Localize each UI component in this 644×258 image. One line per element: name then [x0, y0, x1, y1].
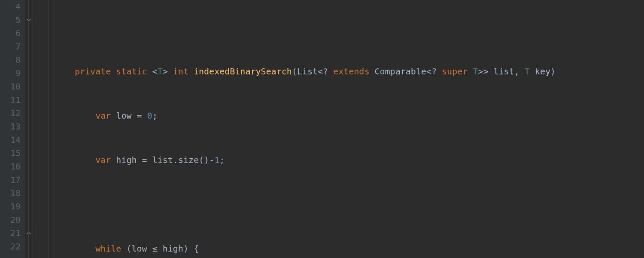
code-line[interactable]: var low = 0; [75, 109, 644, 123]
line-number: 15 [0, 147, 21, 160]
line-number: 18 [0, 187, 21, 200]
line-number: 20 [0, 213, 21, 227]
line-number: 6 [0, 27, 21, 40]
line-number: 22 [0, 240, 21, 253]
line-number: 9 [0, 67, 21, 80]
code-line[interactable] [75, 198, 644, 211]
line-number-gutter: 4 5 6 7 8 9 10 11 12 13 14 15 16 17 18 1… [0, 0, 25, 258]
line-number: 14 [0, 133, 21, 147]
code-line[interactable]: while (low ≤ high) { [75, 242, 644, 255]
fold-end-icon[interactable] [25, 227, 33, 240]
line-number: 5 [0, 13, 21, 27]
fold-toggle-icon[interactable] [25, 13, 33, 27]
fold-column [25, 0, 33, 258]
line-number: 19 [0, 200, 21, 213]
line-number: 21 [0, 227, 21, 240]
indent-guide [33, 0, 49, 258]
line-number: 7 [0, 40, 21, 53]
line-number: 17 [0, 173, 21, 187]
line-number: 4 [0, 0, 21, 13]
line-number: 10 [0, 80, 21, 93]
line-number: 13 [0, 120, 21, 133]
code-line[interactable] [75, 21, 644, 34]
code-area[interactable]: private static <T> int indexedBinarySear… [49, 0, 644, 258]
code-editor[interactable]: 4 5 6 7 8 9 10 11 12 13 14 15 16 17 18 1… [0, 0, 644, 258]
line-number: 11 [0, 93, 21, 107]
code-line[interactable]: var high = list.size()-1; [75, 154, 644, 167]
line-number: 16 [0, 160, 21, 173]
code-line[interactable]: private static <T> int indexedBinarySear… [75, 65, 644, 78]
line-number: 12 [0, 107, 21, 120]
line-number: 8 [0, 53, 21, 67]
